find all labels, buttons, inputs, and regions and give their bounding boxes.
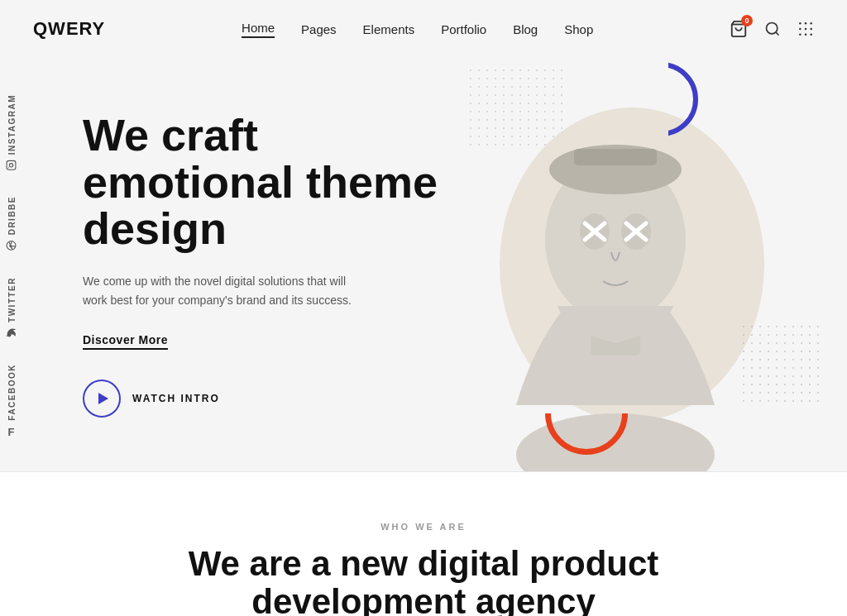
svg-rect-12: [7, 160, 17, 170]
svg-point-6: [799, 28, 802, 31]
nav-home[interactable]: Home: [242, 21, 275, 38]
hero-content: We craft emotional theme design We come …: [83, 112, 480, 418]
social-twitter[interactable]: Twitter: [0, 265, 23, 352]
svg-point-5: [810, 22, 812, 25]
twitter-icon: [7, 327, 17, 341]
play-circle: [83, 380, 121, 418]
who-section: WHO WE ARE We are a new digital product …: [0, 472, 847, 616]
svg-line-2: [776, 32, 779, 36]
main-nav: Home Pages Elements Portfolio Blog Shop: [242, 21, 593, 38]
cart-badge: 0: [741, 15, 753, 26]
nav-blog[interactable]: Blog: [513, 22, 538, 36]
watch-intro-button[interactable]: WATCH INTRO: [83, 380, 220, 418]
nav-pages[interactable]: Pages: [301, 22, 337, 36]
svg-point-4: [805, 22, 807, 25]
social-dribbe[interactable]: Dribbe: [0, 184, 23, 265]
social-facebook[interactable]: f Facebook: [0, 352, 23, 450]
svg-point-8: [810, 28, 812, 31]
dribbe-icon: [7, 241, 17, 254]
header-icons: 0: [730, 20, 814, 38]
nav-portfolio[interactable]: Portfolio: [441, 22, 486, 36]
nav-shop[interactable]: Shop: [564, 22, 593, 36]
hero-heading: We craft emotional theme design: [83, 112, 480, 252]
header: QWERY Home Pages Elements Portfolio Blog…: [0, 0, 847, 58]
who-eyebrow: WHO WE ARE: [33, 522, 814, 532]
hero-section: We craft emotional theme design We come …: [0, 58, 847, 471]
svg-point-9: [799, 33, 802, 35]
play-triangle-icon: [98, 393, 108, 404]
svg-point-13: [10, 164, 13, 167]
facebook-icon: f: [7, 425, 15, 437]
logo[interactable]: QWERY: [33, 18, 105, 40]
who-heading: We are a new digital product development…: [175, 545, 672, 616]
sidebar-social: Instagram Dribbe Twitter f Facebook: [0, 83, 23, 449]
discover-more-link[interactable]: Discover More: [83, 333, 168, 350]
grid-menu-button[interactable]: [797, 21, 814, 37]
statue-image: [450, 58, 781, 471]
instagram-icon: [7, 160, 17, 173]
nav-elements[interactable]: Elements: [363, 22, 415, 36]
svg-rect-20: [574, 149, 657, 165]
cart-button[interactable]: 0: [730, 20, 748, 38]
svg-point-3: [799, 22, 802, 25]
search-button[interactable]: [764, 21, 781, 37]
svg-point-14: [8, 167, 9, 168]
svg-point-10: [805, 33, 807, 35]
svg-point-11: [810, 33, 812, 35]
hero-subtext: We come up with the novel digital soluti…: [83, 272, 364, 309]
watch-intro-label: WATCH INTRO: [132, 393, 220, 404]
svg-point-7: [805, 28, 807, 31]
social-instagram[interactable]: Instagram: [0, 83, 23, 184]
svg-point-1: [767, 23, 778, 34]
